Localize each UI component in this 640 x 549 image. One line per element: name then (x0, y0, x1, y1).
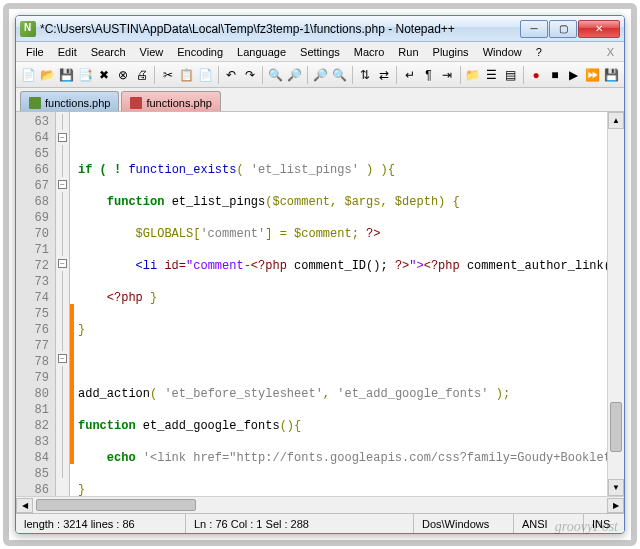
close-button[interactable]: ✕ (578, 20, 620, 38)
redo-icon[interactable]: ↷ (242, 65, 259, 85)
editor[interactable]: 6364656667686970717273747576777879808182… (16, 112, 624, 496)
scroll-thumb[interactable] (36, 499, 196, 511)
paste-icon[interactable]: 📄 (197, 65, 214, 85)
play-multi-icon[interactable]: ⏩ (584, 65, 601, 85)
fold-toggle-icon[interactable]: − (58, 259, 67, 268)
copy-icon[interactable]: 📋 (178, 65, 195, 85)
save-all-icon[interactable]: 📑 (77, 65, 94, 85)
close-file-icon[interactable]: ✖ (96, 65, 113, 85)
menu-macro[interactable]: Macro (348, 44, 391, 60)
doc-map-icon[interactable]: ▤ (502, 65, 519, 85)
fold-toggle-icon[interactable]: − (58, 133, 67, 142)
window-title: *C:\Users\AUSTIN\AppData\Local\Temp\fz3t… (40, 22, 520, 36)
tab-label: functions.php (45, 97, 110, 109)
fold-toggle-icon[interactable]: − (58, 180, 67, 189)
record-macro-icon[interactable]: ● (528, 65, 545, 85)
undo-icon[interactable]: ↶ (223, 65, 240, 85)
menubar: File Edit Search View Encoding Language … (16, 42, 624, 62)
menubar-close-icon[interactable]: X (601, 46, 620, 58)
tab-label: functions.php (146, 97, 211, 109)
fold-toggle-icon[interactable]: − (58, 354, 67, 363)
status-encoding: ANSI (514, 514, 584, 533)
tab-functions-1[interactable]: functions.php (20, 91, 119, 111)
menu-file[interactable]: File (20, 44, 50, 60)
code-area[interactable]: if ( ! function_exists( 'et_list_pings' … (74, 112, 607, 496)
sync-hscroll-icon[interactable]: ⇄ (376, 65, 393, 85)
folder-view-icon[interactable]: 📁 (464, 65, 481, 85)
horizontal-scrollbar[interactable]: ◀ ▶ (16, 496, 624, 513)
indent-icon[interactable]: ⇥ (439, 65, 456, 85)
play-macro-icon[interactable]: ▶ (565, 65, 582, 85)
scroll-thumb[interactable] (610, 402, 622, 452)
menu-run[interactable]: Run (392, 44, 424, 60)
tabstrip: functions.php functions.php (16, 88, 624, 112)
find-icon[interactable]: 🔍 (267, 65, 284, 85)
zoom-in-icon[interactable]: 🔎 (312, 65, 329, 85)
sync-vscroll-icon[interactable]: ⇅ (357, 65, 374, 85)
fold-column: − − − − (56, 112, 70, 496)
app-window: *C:\Users\AUSTIN\AppData\Local\Temp\fz3t… (15, 15, 625, 534)
scroll-left-icon[interactable]: ◀ (16, 498, 33, 513)
replace-icon[interactable]: 🔎 (286, 65, 303, 85)
save-icon[interactable]: 💾 (58, 65, 75, 85)
menu-settings[interactable]: Settings (294, 44, 346, 60)
wordwrap-icon[interactable]: ↵ (401, 65, 418, 85)
new-file-icon[interactable]: 📄 (20, 65, 37, 85)
app-icon (20, 21, 36, 37)
titlebar[interactable]: *C:\Users\AUSTIN\AppData\Local\Temp\fz3t… (16, 16, 624, 42)
status-position: Ln : 76 Col : 1 Sel : 288 (186, 514, 414, 533)
file-icon (29, 97, 41, 109)
menu-edit[interactable]: Edit (52, 44, 83, 60)
stop-macro-icon[interactable]: ■ (547, 65, 564, 85)
menu-search[interactable]: Search (85, 44, 132, 60)
vertical-scrollbar[interactable]: ▲ ▼ (607, 112, 624, 496)
line-number-gutter: 6364656667686970717273747576777879808182… (16, 112, 56, 496)
menu-help[interactable]: ? (530, 44, 548, 60)
tab-functions-2[interactable]: functions.php (121, 91, 220, 111)
menu-window[interactable]: Window (477, 44, 528, 60)
open-file-icon[interactable]: 📂 (39, 65, 56, 85)
allchars-icon[interactable]: ¶ (420, 65, 437, 85)
toolbar: 📄 📂 💾 📑 ✖ ⊗ 🖨 ✂ 📋 📄 ↶ ↷ 🔍 🔎 🔎 🔍 ⇅ ⇄ ↵ ¶ … (16, 62, 624, 88)
save-macro-icon[interactable]: 💾 (603, 65, 620, 85)
func-list-icon[interactable]: ☰ (483, 65, 500, 85)
menu-encoding[interactable]: Encoding (171, 44, 229, 60)
status-insert-mode: INS (584, 514, 624, 533)
scroll-right-icon[interactable]: ▶ (607, 498, 624, 513)
scroll-up-icon[interactable]: ▲ (608, 112, 624, 129)
print-icon[interactable]: 🖨 (134, 65, 151, 85)
cut-icon[interactable]: ✂ (159, 65, 176, 85)
close-all-icon[interactable]: ⊗ (115, 65, 132, 85)
menu-view[interactable]: View (134, 44, 170, 60)
statusbar: length : 3214 lines : 86 Ln : 76 Col : 1… (16, 513, 624, 533)
status-eol: Dos\Windows (414, 514, 514, 533)
menu-plugins[interactable]: Plugins (427, 44, 475, 60)
scroll-down-icon[interactable]: ▼ (608, 479, 624, 496)
minimize-button[interactable]: ─ (520, 20, 548, 38)
maximize-button[interactable]: ▢ (549, 20, 577, 38)
file-modified-icon (130, 97, 142, 109)
menu-language[interactable]: Language (231, 44, 292, 60)
zoom-out-icon[interactable]: 🔍 (331, 65, 348, 85)
status-length: length : 3214 lines : 86 (16, 514, 186, 533)
